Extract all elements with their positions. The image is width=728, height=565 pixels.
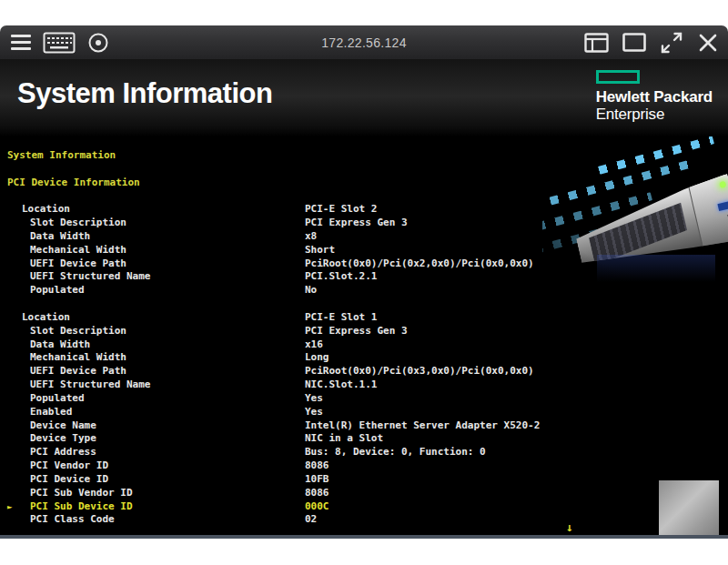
row-value: 000C — [305, 500, 329, 514]
row-label: Mechanical Width — [30, 351, 126, 365]
pci-info-row[interactable]: Mechanical WidthLong — [0, 351, 728, 365]
keyboard-icon — [43, 31, 76, 55]
row-label: Populated — [30, 392, 85, 406]
row-value: Intel(R) Ethernet Server Adapter X520-2 — [305, 419, 540, 433]
row-label: Device Type — [30, 432, 96, 446]
row-label: Device Name — [30, 419, 96, 433]
header-banner: System Information Hewlett Packard Enter… — [0, 59, 728, 136]
row-label: Mechanical Width — [30, 244, 126, 257]
pci-info-row[interactable]: PCI Class Code02 — [0, 513, 728, 527]
row-value: Yes — [305, 406, 323, 419]
blank-line — [0, 298, 728, 311]
row-value: Yes — [305, 392, 323, 406]
disc-icon — [87, 32, 109, 54]
hpe-logo: Hewlett Packard Enterprise — [596, 70, 713, 123]
row-label: UEFI Device Path — [30, 257, 126, 271]
toolbar-left-group — [0, 29, 111, 56]
row-value: 10FB — [305, 473, 329, 487]
row-value: PciRoot(0x0)/Pci(0x2,0x0)/Pci(0x0,0x0) — [305, 257, 534, 271]
scroll-down-indicator: ↓ — [566, 520, 573, 534]
menu-button[interactable] — [9, 33, 33, 52]
row-value: PCI-E Slot 1 — [305, 311, 377, 325]
pci-info-row[interactable]: ►PCI Sub Device ID000C — [0, 500, 728, 514]
row-value: PCI Express Gen 3 — [305, 217, 408, 230]
row-value: 8086 — [305, 487, 329, 500]
window-icon — [622, 33, 646, 52]
pci-info-row[interactable]: PopulatedYes — [0, 392, 728, 406]
photo-vignette — [542, 136, 728, 282]
pci-info-row[interactable]: UEFI Device PathPciRoot(0x0)/Pci(0x3,0x0… — [0, 365, 728, 378]
pci-info-row[interactable]: PCI Device ID10FB — [0, 473, 728, 487]
row-label: Location — [22, 203, 70, 217]
row-label: UEFI Structured Name — [30, 378, 150, 392]
console-toolbar: 172.22.56.124 — [0, 25, 728, 59]
page-title: System Information — [17, 77, 272, 110]
ilo-remote-console-window: 172.22.56.124 — [0, 25, 728, 539]
selection-pointer-icon: ► — [7, 500, 12, 514]
hpe-logo-mark — [596, 70, 640, 84]
pci-info-row[interactable]: UEFI Structured NameNIC.Slot.1.1 — [0, 378, 728, 392]
pci-info-row[interactable]: LocationPCI-E Slot 1 — [0, 311, 728, 325]
pci-info-row[interactable]: Data Widthx16 — [0, 338, 728, 352]
row-label: Slot Description — [30, 325, 126, 338]
row-label: Data Width — [30, 338, 90, 352]
hpe-logo-text-line2: Enterprise — [596, 106, 713, 123]
row-value: PCI Express Gen 3 — [305, 325, 408, 338]
row-value: PciRoot(0x0)/Pci(0x3,0x0)/Pci(0x0,0x0) — [305, 365, 534, 378]
server-photo — [542, 136, 728, 282]
row-value: NIC in a Slot — [305, 432, 383, 446]
close-icon — [697, 32, 719, 54]
sidebar-layout-icon — [584, 33, 609, 53]
menu-icon — [11, 35, 31, 50]
row-value: PCI-E Slot 2 — [305, 203, 377, 217]
pci-info-row[interactable]: Slot DescriptionPCI Express Gen 3 — [0, 325, 728, 338]
row-label: PCI Sub Device ID — [30, 500, 133, 514]
fullscreen-button[interactable] — [658, 29, 685, 56]
close-button[interactable] — [695, 30, 721, 55]
row-value: Bus: 8, Device: 0, Function: 0 — [305, 446, 486, 459]
screen-overlay-artifact — [659, 480, 719, 535]
row-value: PCI.Slot.2.1 — [305, 270, 377, 284]
window-bottom-edge — [0, 535, 728, 539]
pci-info-row[interactable]: PCI Vendor ID8086 — [0, 459, 728, 473]
side-panel-button[interactable] — [582, 31, 611, 55]
pci-info-row[interactable]: Device NameIntel(R) Ethernet Server Adap… — [0, 419, 728, 433]
console-screen[interactable]: System Information PCI Device Informatio… — [0, 136, 728, 535]
expand-arrows-icon — [660, 31, 683, 55]
row-value: No — [305, 284, 317, 298]
toolbar-right-group — [582, 25, 721, 59]
pci-info-row[interactable]: PopulatedNo — [0, 284, 728, 298]
pci-info-row[interactable]: PCI AddressBus: 8, Device: 0, Function: … — [0, 446, 728, 459]
row-value: NIC.Slot.1.1 — [305, 378, 377, 392]
row-label: Enabled — [30, 406, 72, 419]
keyboard-button[interactable] — [41, 29, 77, 56]
row-label: PCI Address — [30, 446, 96, 459]
row-label: UEFI Device Path — [30, 365, 126, 378]
pci-info-row[interactable]: EnabledYes — [0, 406, 728, 419]
pci-info-row[interactable]: PCI Sub Vendor ID8086 — [0, 487, 728, 500]
virtual-media-button[interactable] — [86, 30, 111, 55]
hpe-logo-text-line1: Hewlett Packard — [596, 88, 713, 106]
row-label: Populated — [30, 284, 85, 298]
row-label: Slot Description — [30, 217, 126, 230]
pci-info-row[interactable]: Device TypeNIC in a Slot — [0, 432, 728, 446]
row-label: PCI Sub Vendor ID — [30, 487, 133, 500]
row-value: x8 — [305, 230, 317, 244]
row-value: 8086 — [305, 459, 329, 473]
row-value: Long — [305, 351, 329, 365]
pci-slot-1-group: LocationPCI-E Slot 1Slot DescriptionPCI … — [0, 311, 728, 527]
row-value: 02 — [305, 513, 317, 527]
screen: 172.22.56.124 — [0, 0, 728, 565]
row-label: UEFI Structured Name — [30, 270, 150, 284]
window-mode-button[interactable] — [621, 31, 648, 54]
row-label: PCI Class Code — [30, 513, 115, 527]
row-value: Short — [305, 244, 335, 257]
row-label: Data Width — [30, 230, 90, 244]
row-value: x16 — [305, 338, 323, 352]
row-label: Location — [22, 311, 70, 325]
row-label: PCI Vendor ID — [30, 459, 108, 473]
row-label: PCI Device ID — [30, 473, 108, 487]
